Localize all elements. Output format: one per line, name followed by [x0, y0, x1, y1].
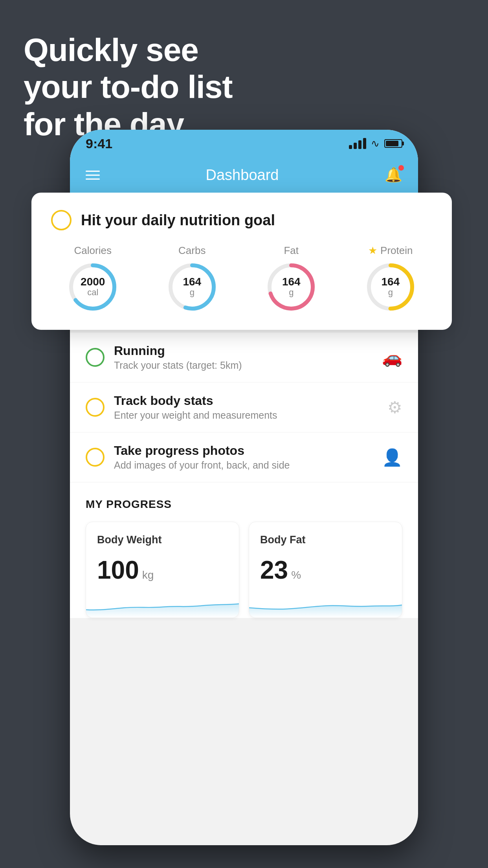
todo-sub-track-body: Enter your weight and measurements: [114, 410, 378, 421]
protein-label: ★ Protein: [368, 245, 413, 257]
notification-bell-button[interactable]: 🔔: [385, 167, 402, 183]
todo-item-track-body[interactable]: Track body stats Enter your weight and m…: [70, 383, 418, 432]
notification-badge: [398, 165, 404, 171]
todo-sub-progress-photos: Add images of your front, back, and side: [114, 460, 372, 471]
carbs-label: Carbs: [178, 245, 205, 257]
headline-line2: your to-do list: [24, 68, 233, 105]
todo-circle-yellow-photos: [86, 448, 105, 467]
nutrition-item-fat: Fat 164 g: [266, 245, 317, 313]
body-weight-title: Body Weight: [97, 534, 228, 546]
wifi-icon: ∿: [371, 138, 380, 150]
body-fat-value-row: 23 %: [260, 555, 391, 585]
body-weight-card[interactable]: Body Weight 100 kg: [86, 522, 239, 618]
nutrition-item-carbs: Carbs 164 g: [167, 245, 218, 313]
todo-circle-green: [86, 348, 105, 367]
body-fat-unit: %: [291, 569, 301, 581]
todo-name-track-body: Track body stats: [114, 394, 378, 408]
body-fat-value: 23: [260, 555, 288, 585]
nutrition-radio-circle[interactable]: [51, 210, 72, 230]
signal-bars-icon: [349, 138, 366, 149]
body-fat-chart: [249, 594, 402, 618]
nutrition-card-header: Hit your daily nutrition goal: [51, 210, 432, 230]
protein-unit: g: [381, 287, 400, 298]
todo-circle-yellow-track: [86, 398, 105, 417]
body-weight-chart: [86, 594, 239, 618]
status-time: 9:41: [86, 136, 112, 151]
hamburger-menu-button[interactable]: [86, 171, 100, 180]
body-weight-value-row: 100 kg: [97, 555, 228, 585]
protein-donut: 164 g: [365, 261, 416, 313]
protein-star-icon: ★: [368, 245, 377, 257]
nutrition-items-row: Calories 2000 cal Carbs: [51, 245, 432, 313]
todo-item-progress-photos[interactable]: Take progress photos Add images of your …: [70, 432, 418, 482]
progress-section-title: MY PROGRESS: [86, 498, 402, 511]
nutrition-card-title: Hit your daily nutrition goal: [81, 212, 275, 229]
calories-donut: 2000 cal: [67, 261, 118, 313]
headline-line1: Quickly see: [24, 31, 233, 68]
todo-name-running: Running: [114, 344, 372, 358]
scale-icon: ⚙: [387, 398, 402, 417]
fat-donut: 164 g: [266, 261, 317, 313]
todo-sub-running: Track your stats (target: 5km): [114, 360, 372, 371]
status-icons: ∿: [349, 138, 402, 150]
todo-text-running: Running Track your stats (target: 5km): [114, 344, 372, 371]
battery-icon: [384, 139, 402, 148]
fat-value: 164: [282, 276, 301, 287]
header-title: Dashboard: [206, 167, 279, 184]
fat-unit: g: [282, 287, 301, 298]
body-fat-card[interactable]: Body Fat 23 %: [249, 522, 402, 618]
body-weight-unit: kg: [142, 569, 154, 581]
todo-list: Running Track your stats (target: 5km) 🚗…: [70, 333, 418, 482]
progress-cards: Body Weight 100 kg: [86, 522, 402, 618]
todo-text-progress-photos: Take progress photos Add images of your …: [114, 443, 372, 471]
nutrition-card: Hit your daily nutrition goal Calories 2…: [31, 193, 452, 330]
carbs-value: 164: [183, 276, 201, 287]
carbs-donut: 164 g: [167, 261, 218, 313]
status-bar: 9:41 ∿: [70, 130, 418, 157]
calories-value: 2000: [81, 276, 105, 287]
headline: Quickly see your to-do list for the day.: [24, 31, 233, 143]
running-shoe-icon: 🚗: [382, 348, 402, 367]
calories-unit: cal: [81, 287, 105, 298]
nutrition-item-protein: ★ Protein 164 g: [365, 245, 416, 313]
calories-label: Calories: [74, 245, 112, 257]
nutrition-item-calories: Calories 2000 cal: [67, 245, 118, 313]
body-weight-value: 100: [97, 555, 139, 585]
app-header: Dashboard 🔔: [70, 157, 418, 193]
carbs-unit: g: [183, 287, 201, 298]
my-progress-section: MY PROGRESS Body Weight 100 kg: [70, 482, 418, 618]
fat-label: Fat: [284, 245, 299, 257]
protein-value: 164: [381, 276, 400, 287]
todo-text-track-body: Track body stats Enter your weight and m…: [114, 394, 378, 421]
todo-name-progress-photos: Take progress photos: [114, 443, 372, 458]
person-icon: 👤: [382, 448, 402, 467]
todo-item-running[interactable]: Running Track your stats (target: 5km) 🚗: [70, 333, 418, 383]
body-fat-title: Body Fat: [260, 534, 391, 546]
